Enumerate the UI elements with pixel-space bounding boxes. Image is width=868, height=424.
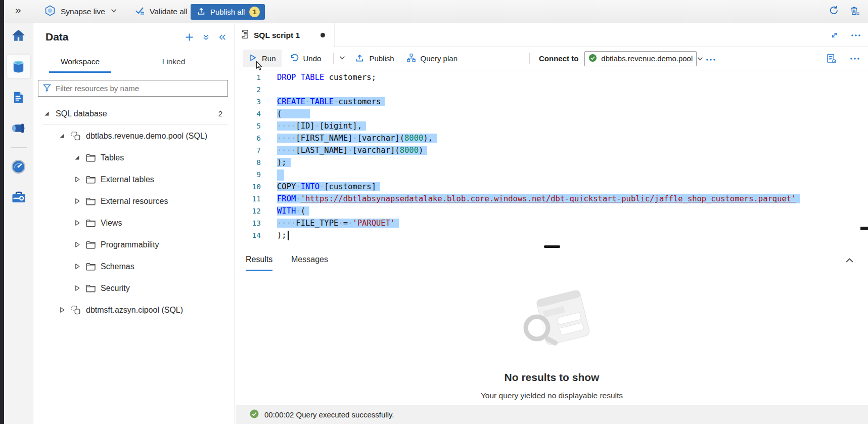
- tab-sql-script-1[interactable]: SQL script 1: [236, 23, 335, 47]
- tree-item[interactable]: SQL database2: [33, 103, 235, 124]
- sidebar-item-data[interactable]: [7, 55, 30, 78]
- sql-code-editor[interactable]: 1DROP TABLE customers;23CREATE·TABLE·cus…: [236, 70, 868, 243]
- sidebar-item-manage[interactable]: [7, 186, 30, 209]
- tree-item-label: SQL database: [56, 109, 107, 118]
- refresh-icon[interactable]: [829, 5, 839, 18]
- code-line-text: );: [261, 156, 291, 168]
- collapsed-arrow-icon[interactable]: [74, 285, 80, 291]
- empty-results-subtitle: Your query yielded no displayable result…: [236, 391, 868, 400]
- collapsed-arrow-icon[interactable]: [74, 263, 80, 270]
- chevron-down-icon: [110, 7, 117, 16]
- folder-icon: [86, 241, 96, 249]
- editor-tab-bar: SQL script 1: [236, 23, 868, 47]
- script-properties-icon[interactable]: [826, 53, 837, 64]
- collapse-panel-icon[interactable]: [218, 33, 226, 41]
- line-number: 13: [236, 217, 261, 229]
- code-line: 4(: [236, 108, 868, 120]
- query-plan-button[interactable]: Query plan: [406, 53, 458, 64]
- undo-button[interactable]: Undo: [290, 53, 322, 64]
- text-caret: [288, 231, 289, 240]
- expanded-arrow-icon[interactable]: [74, 155, 80, 160]
- tab-linked[interactable]: Linked: [127, 53, 220, 73]
- tree-item-label: Tables: [101, 153, 124, 162]
- sidebar-item-home[interactable]: [7, 24, 30, 47]
- tree-item[interactable]: dbtmsft.azsyn.cipool (SQL): [33, 299, 235, 321]
- main-editor-area: SQL script 1 Run Undo Publish Query plan: [236, 23, 868, 424]
- results-resize-handle[interactable]: [544, 245, 560, 248]
- top-command-bar: » Synapse live Validate all Publish all …: [0, 0, 868, 23]
- sql-script-icon: [241, 29, 249, 41]
- selection-highlight: [277, 169, 284, 181]
- connect-to-label: Connect to: [539, 54, 578, 63]
- tab-messages[interactable]: Messages: [291, 255, 328, 270]
- rail-divider: [11, 147, 27, 148]
- folder-icon: [86, 219, 96, 227]
- collapsed-arrow-icon[interactable]: [74, 198, 80, 204]
- tab-workspace[interactable]: Workspace: [33, 53, 127, 73]
- tree-item[interactable]: External tables: [33, 168, 235, 190]
- tree-item-label: Views: [101, 219, 122, 228]
- tree-item[interactable]: Security: [33, 277, 235, 299]
- code-line-text: ····[FIRST_NAME]·[varchar](8000),: [261, 132, 437, 144]
- tab-results[interactable]: Results: [246, 255, 272, 271]
- expand-topbar-icon[interactable]: »: [15, 5, 21, 16]
- tree-item[interactable]: dbtlabs.revenue.demo.pool (SQL): [33, 125, 235, 147]
- editor-toolbar: Run Undo Publish Query plan Connect to d…: [236, 47, 868, 70]
- more-ellipsis-icon[interactable]: [850, 57, 860, 60]
- tree-item[interactable]: External resources: [33, 190, 235, 212]
- selection-highlight: FROM·'https://dbtlabsynapsedatalake.blob…: [277, 194, 800, 203]
- connect-to-pool-dropdown[interactable]: dbtlabs.revenue.demo.pool: [584, 51, 697, 66]
- collapsed-arrow-icon[interactable]: [74, 220, 80, 226]
- expanded-arrow-icon[interactable]: [59, 133, 65, 139]
- sidebar-item-monitor[interactable]: [7, 155, 30, 178]
- data-panel: Data Workspace Linked SQL database2dbtla…: [33, 23, 235, 424]
- environment-label: Synapse live: [61, 7, 105, 16]
- tree-item[interactable]: Programmability: [33, 234, 235, 256]
- publish-all-button[interactable]: Publish all 1: [191, 4, 265, 20]
- run-button[interactable]: Run: [243, 50, 282, 67]
- validate-check-icon: [134, 5, 146, 18]
- tree-item-label: Security: [101, 284, 130, 293]
- discard-trash-icon[interactable]: [849, 6, 860, 18]
- validate-all-button[interactable]: Validate all: [134, 0, 188, 23]
- code-line: 2: [236, 83, 868, 96]
- folder-icon: [86, 154, 96, 162]
- undo-icon: [290, 53, 299, 64]
- tree-item-label: dbtmsft.azsyn.cipool (SQL): [86, 306, 183, 315]
- develop-document-icon: [11, 90, 26, 105]
- environment-switcher[interactable]: Synapse live: [44, 0, 117, 23]
- more-ellipsis-icon: [706, 54, 716, 63]
- filter-resources-input[interactable]: [56, 84, 223, 93]
- code-line: 14);: [236, 229, 868, 241]
- toolbar-more-button[interactable]: [706, 54, 716, 63]
- tree-item[interactable]: Views: [33, 212, 235, 234]
- publish-icon: [355, 53, 364, 64]
- folder-icon: [86, 197, 96, 205]
- sidebar-item-integrate[interactable]: [7, 116, 30, 140]
- code-line-text: );: [261, 229, 289, 241]
- publish-button[interactable]: Publish: [355, 53, 394, 64]
- expanded-arrow-icon[interactable]: [43, 111, 50, 116]
- run-play-icon: [248, 53, 257, 64]
- collapsed-arrow-icon[interactable]: [74, 176, 80, 183]
- double-chevron-down-icon[interactable]: [202, 33, 210, 41]
- selection-highlight: CREATE·TABLE·customers: [277, 97, 385, 106]
- tree-item[interactable]: Tables: [33, 147, 235, 168]
- expand-editor-icon[interactable]: [830, 31, 839, 39]
- selection-highlight: );: [277, 158, 291, 167]
- add-resource-icon[interactable]: [185, 33, 194, 41]
- sidebar-item-develop[interactable]: [7, 86, 30, 109]
- tree-item[interactable]: Schemas: [33, 256, 235, 277]
- collapse-results-icon[interactable]: [845, 258, 854, 263]
- undo-dropdown-chevron[interactable]: [339, 54, 346, 63]
- code-line: 3CREATE·TABLE·customers: [236, 96, 868, 108]
- line-number: 9: [236, 168, 261, 181]
- monitor-gauge-icon: [11, 159, 26, 175]
- line-number: 10: [236, 181, 261, 193]
- code-line: 6····[FIRST_NAME]·[varchar](8000),: [236, 132, 868, 144]
- collapsed-arrow-icon[interactable]: [74, 241, 80, 248]
- more-ellipsis-icon[interactable]: [851, 34, 861, 37]
- synapse-hexagon-icon: [44, 5, 56, 18]
- code-line: 11FROM·'https://dbtlabsynapsedatalake.bl…: [236, 193, 868, 205]
- collapsed-arrow-icon[interactable]: [59, 307, 65, 313]
